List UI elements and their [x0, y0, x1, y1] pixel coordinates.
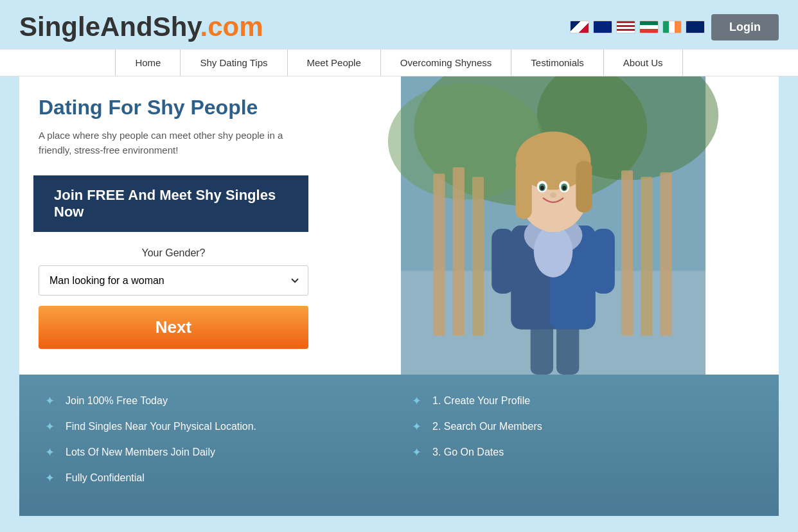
- feature-item-6: ✦ 2. Search Our Members: [412, 420, 753, 434]
- features-section: ✦ Join 100% Free Today ✦ Find Singles Ne…: [19, 375, 779, 516]
- feature-item-5: ✦ 1. Create Your Profile: [412, 394, 753, 408]
- nav-overcoming-shyness[interactable]: Overcoming Shyness: [381, 49, 512, 76]
- left-panel: Dating For Shy People A place where shy …: [19, 76, 328, 375]
- svg-rect-6: [453, 167, 465, 335]
- gender-label: Your Gender?: [39, 247, 308, 259]
- feature-icon-4: ✦: [45, 471, 58, 485]
- feature-text-5: 1. Create Your Profile: [432, 395, 530, 407]
- svg-point-31: [550, 193, 556, 198]
- nav-home[interactable]: Home: [115, 49, 181, 76]
- feature-item-3: ✦ Lots Of New Members Join Daily: [45, 445, 386, 459]
- svg-rect-10: [660, 172, 671, 335]
- join-banner: Join FREE And Meet Shy Singles Now: [39, 175, 308, 232]
- hero-image-panel: [328, 76, 779, 375]
- svg-rect-9: [641, 177, 652, 335]
- ie-flag[interactable]: [662, 21, 682, 33]
- join-banner-text: Join FREE And Meet Shy Singles Now: [54, 187, 276, 220]
- feature-icon-2: ✦: [45, 420, 58, 434]
- feature-icon-1: ✦: [45, 394, 58, 408]
- feature-item-1: ✦ Join 100% Free Today: [45, 394, 386, 408]
- feature-icon-6: ✦: [412, 420, 425, 434]
- login-button[interactable]: Login: [711, 14, 779, 40]
- feature-item-2: ✦ Find Singles Near Your Physical Locati…: [45, 420, 386, 434]
- za-flag[interactable]: [639, 21, 659, 33]
- main-nav: Home Shy Dating Tips Meet People Overcom…: [0, 49, 798, 76]
- features-right: ✦ 1. Create Your Profile ✦ 2. Search Our…: [412, 394, 753, 497]
- svg-rect-18: [492, 229, 514, 294]
- hero-image: [328, 76, 779, 375]
- feature-text-3: Lots Of New Members Join Daily: [66, 447, 215, 458]
- svg-rect-19: [592, 229, 615, 294]
- nav-shy-dating-tips[interactable]: Shy Dating Tips: [181, 49, 287, 76]
- main-content: Dating For Shy People A place where shy …: [19, 76, 779, 375]
- nav-meet-people[interactable]: Meet People: [288, 49, 381, 76]
- hero-title: Dating For Shy People: [39, 96, 308, 120]
- gender-select[interactable]: Man looking for a woman Woman looking fo…: [39, 265, 308, 296]
- svg-rect-23: [515, 161, 531, 219]
- svg-rect-7: [472, 177, 484, 335]
- feature-text-4: Fully Confidential: [66, 472, 145, 484]
- header-right: Login: [570, 14, 779, 40]
- feature-icon-3: ✦: [45, 445, 58, 459]
- feature-text-7: 3. Go On Dates: [432, 447, 504, 458]
- svg-point-17: [534, 226, 573, 278]
- site-logo[interactable]: SingleAndShy.com: [19, 12, 263, 42]
- hero-subtitle: A place where shy people can meet other …: [39, 129, 308, 157]
- header: SingleAndShy.com Login: [0, 0, 798, 49]
- svg-rect-24: [576, 161, 592, 213]
- nav-testimonials[interactable]: Testimonials: [511, 49, 604, 76]
- feature-icon-7: ✦: [412, 445, 425, 459]
- nz-flag[interactable]: [686, 21, 705, 33]
- svg-point-30: [562, 186, 566, 190]
- feature-text-6: 2. Search Our Members: [432, 421, 542, 432]
- feature-icon-5: ✦: [412, 394, 425, 408]
- feature-item-7: ✦ 3. Go On Dates: [412, 445, 753, 459]
- us-flag[interactable]: [616, 21, 635, 33]
- features-left: ✦ Join 100% Free Today ✦ Find Singles Ne…: [45, 394, 386, 497]
- svg-rect-5: [433, 173, 445, 335]
- flag-icons: [570, 21, 705, 33]
- au-flag[interactable]: [593, 21, 612, 33]
- nav-about-us[interactable]: About Us: [604, 49, 683, 76]
- feature-text-1: Join 100% Free Today: [66, 395, 168, 407]
- logo-text-orange: .com: [200, 12, 263, 42]
- svg-rect-8: [621, 170, 633, 335]
- feature-item-4: ✦ Fully Confidential: [45, 471, 386, 485]
- uk-flag[interactable]: [570, 21, 589, 33]
- next-button[interactable]: Next: [39, 306, 308, 349]
- feature-text-2: Find Singles Near Your Physical Location…: [66, 421, 256, 432]
- svg-point-29: [540, 186, 544, 190]
- logo-text-black: SingleAndShy: [19, 12, 200, 42]
